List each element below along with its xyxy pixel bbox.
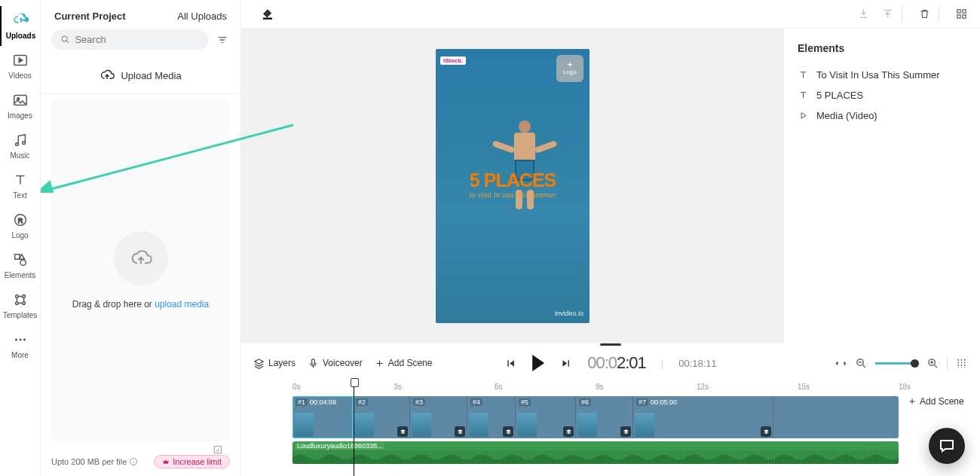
delete-button[interactable]	[916, 6, 933, 23]
svg-rect-21	[957, 15, 960, 18]
music-icon	[12, 132, 29, 148]
video-frame: iStock. +Logo 5 PLACES to visit in usa t…	[436, 49, 590, 323]
total-duration: 00:18:11	[678, 358, 717, 369]
audio-track-icon	[213, 444, 223, 455]
svg-rect-20	[962, 10, 965, 13]
svg-point-12	[22, 302, 25, 305]
element-item-text[interactable]: To Visit In Usa This Summer	[798, 65, 966, 85]
svg-rect-19	[957, 10, 960, 13]
elements-panel-title: Elements	[798, 42, 966, 54]
svg-rect-22	[962, 15, 965, 18]
sidebar-item-elements[interactable]: Elements	[0, 246, 40, 285]
sidebar-item-logo[interactable]: R Logo	[0, 206, 40, 246]
skip-back-icon	[504, 357, 517, 370]
upload-media-button[interactable]: Upload Media	[41, 57, 240, 94]
scene-clip[interactable]: #4	[467, 396, 516, 438]
sidebar-item-uploads[interactable]: Uploads	[0, 6, 40, 46]
layers-icon	[253, 358, 265, 369]
playback-bar: Layers Voiceover Add Scene 00:02:01 | 00…	[241, 346, 980, 380]
zoom-slider[interactable]	[875, 362, 919, 365]
voiceover-button[interactable]: Voiceover	[308, 358, 363, 369]
upload-media-link[interactable]: upload media	[155, 299, 209, 310]
chat-support-button[interactable]	[929, 428, 965, 464]
paint-bucket-icon	[261, 8, 274, 21]
invideo-watermark: invideo.io	[555, 310, 583, 317]
sidebar-item-videos[interactable]: Videos	[0, 46, 40, 86]
scene-track[interactable]: #100:04:09#2#3#4#5#6#700:05:00	[292, 396, 899, 438]
upload-button[interactable]	[879, 6, 896, 23]
add-logo-placeholder[interactable]: +Logo	[556, 55, 583, 82]
equalizer-icon[interactable]	[955, 357, 968, 370]
filter-button[interactable]	[215, 32, 230, 47]
more-icon	[12, 331, 29, 348]
sidebar-rail: Uploads Videos Images Music Text R Logo …	[0, 0, 41, 476]
sidebar-item-text[interactable]: Text	[0, 166, 40, 206]
prev-scene-button[interactable]	[504, 357, 517, 370]
topbar	[241, 0, 980, 29]
svg-point-13	[14, 338, 17, 340]
svg-point-3	[15, 143, 18, 146]
scene-clip[interactable]: #2	[353, 396, 410, 438]
trash-icon	[918, 8, 931, 20]
svg-point-4	[22, 142, 25, 145]
layers-button[interactable]: Layers	[253, 358, 296, 369]
grid-icon	[955, 8, 968, 20]
svg-point-9	[15, 295, 18, 298]
sidebar-item-music[interactable]: Music	[0, 126, 40, 166]
audio-track[interactable]: Loudluxuryaudio16860338...	[292, 441, 899, 464]
shapes-icon	[12, 252, 29, 268]
sidebar-item-more[interactable]: More	[0, 325, 40, 365]
scene-clip[interactable]: #5	[516, 396, 576, 438]
timeline-ruler[interactable]: 0s3s6s9s12s15s18s	[292, 383, 899, 393]
sidebar-item-templates[interactable]: Templates	[0, 285, 40, 325]
canvas-preview[interactable]: iStock. +Logo 5 PLACES to visit in usa t…	[241, 29, 784, 343]
text-icon	[798, 69, 809, 81]
current-time: 00:02:01	[587, 353, 646, 373]
grid-view-button[interactable]	[953, 6, 969, 23]
chat-icon	[938, 437, 956, 455]
svg-point-10	[22, 295, 25, 298]
crown-icon	[162, 458, 170, 465]
fit-width-icon[interactable]	[835, 357, 847, 370]
dropzone[interactable]: Drag & drop here or upload media	[51, 100, 230, 441]
svg-point-14	[19, 338, 21, 340]
export-button[interactable]	[855, 6, 871, 23]
svg-rect-23	[312, 359, 315, 364]
tab-current-project[interactable]: Current Project	[54, 11, 126, 22]
color-picker-button[interactable]	[259, 6, 276, 23]
info-icon	[129, 457, 138, 466]
file-limit-note: Upto 200 MB per file	[51, 457, 138, 466]
search-input[interactable]	[75, 34, 200, 45]
tab-all-uploads[interactable]: All Uploads	[177, 11, 227, 22]
cloud-upload-icon	[130, 247, 152, 270]
svg-rect-18	[263, 17, 272, 19]
elements-panel: Elements To Visit In Usa This Summer 5 P…	[784, 29, 980, 343]
svg-point-11	[15, 302, 18, 305]
add-scene-button[interactable]: Add Scene	[375, 358, 433, 368]
playhead[interactable]	[354, 381, 354, 476]
scene-clip[interactable]: #100:04:09	[292, 396, 353, 438]
element-item-media[interactable]: Media (Video)	[798, 105, 966, 126]
scene-clip[interactable]: #700:05:00	[633, 396, 773, 438]
filter-icon	[216, 34, 228, 46]
scene-clip[interactable]: #3	[410, 396, 467, 438]
play-button[interactable]	[532, 355, 544, 371]
next-scene-button[interactable]	[559, 357, 572, 370]
plus-icon	[908, 397, 917, 406]
text-icon	[798, 90, 809, 101]
dropzone-icon-circle	[114, 231, 168, 285]
zoom-out-icon[interactable]	[855, 357, 868, 370]
upload-icon	[881, 8, 894, 20]
plus-icon	[375, 359, 384, 368]
increase-limit-button[interactable]: Increase limit	[154, 455, 230, 468]
video-icon	[12, 52, 29, 69]
element-item-text[interactable]: 5 PLACES	[798, 85, 966, 105]
scene-clip[interactable]: #6	[576, 396, 633, 438]
svg-point-16	[62, 36, 67, 41]
search-input-wrapper[interactable]	[51, 29, 209, 50]
overlay-title: 5 PLACES	[436, 169, 590, 191]
add-scene-side-button[interactable]: Add Scene	[908, 396, 968, 407]
istock-watermark: iStock.	[440, 56, 466, 65]
zoom-in-icon[interactable]	[926, 357, 939, 370]
sidebar-item-images[interactable]: Images	[0, 86, 40, 126]
